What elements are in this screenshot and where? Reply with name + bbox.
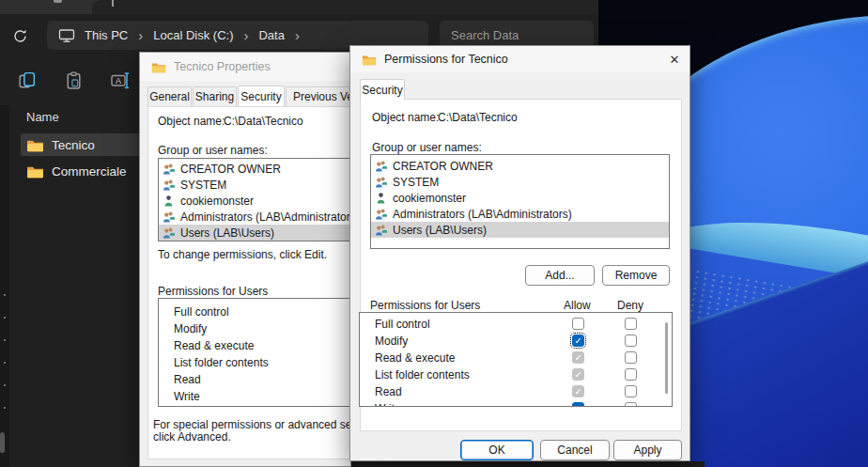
group-user-names-list[interactable]: CREATOR OWNERSYSTEMcookiemonsterAdminist… (158, 158, 351, 241)
user-row[interactable]: SYSTEM (371, 174, 669, 190)
close-button[interactable]: ✕ (661, 48, 688, 70)
explorer-tab-strip[interactable] (0, 0, 598, 14)
rename-button[interactable]: A (109, 69, 132, 91)
tab-security[interactable]: Security (360, 79, 405, 100)
permission-row[interactable]: List folder contents (360, 366, 672, 383)
folder-icon (151, 61, 166, 73)
paste-button[interactable] (62, 69, 85, 91)
tab-strip-glyph (54, 0, 62, 3)
permissions-checkbox-list[interactable]: Full controlModifyRead & executeList fol… (359, 312, 673, 407)
name-column-header[interactable]: Name (26, 110, 59, 124)
tab-security[interactable]: Security (238, 86, 285, 106)
navigation-scrollbar-thumb[interactable] (0, 432, 5, 453)
user-name: SYSTEM (180, 179, 226, 192)
allow-checkbox[interactable] (572, 385, 584, 397)
permission-row[interactable]: Full control (159, 304, 351, 320)
permission-row[interactable]: Modify (159, 320, 351, 337)
breadcrumb-item[interactable]: Local Disk (C:) (147, 25, 239, 45)
copy-icon (17, 70, 37, 90)
user-row[interactable]: cookiemonster (371, 190, 669, 206)
add-button[interactable]: Add... (525, 265, 595, 286)
cancel-button[interactable]: Cancel (540, 440, 610, 460)
permission-name: Full control (375, 318, 430, 331)
allow-checkbox[interactable] (572, 368, 584, 381)
deny-checkbox[interactable] (625, 318, 637, 330)
permission-row[interactable]: Read (159, 371, 351, 388)
breadcrumb-item[interactable]: Data (253, 25, 289, 45)
copy-button[interactable] (15, 69, 38, 91)
object-name-value: C:\Data\Tecnico (224, 115, 303, 128)
file-name: Commerciale (52, 164, 127, 179)
user-row[interactable]: Administrators (LAB\Administrators) (371, 206, 669, 222)
group-icon (163, 226, 175, 239)
explorer-active-tab[interactable] (92, 0, 598, 14)
background-window-strip (479, 461, 705, 467)
apply-button[interactable]: Apply (613, 440, 682, 460)
permission-row[interactable]: Modify (360, 333, 672, 350)
object-name-label: Object name: (372, 111, 439, 124)
group-icon (375, 160, 387, 172)
search-input[interactable] (451, 28, 616, 42)
user-row[interactable]: SYSTEM (159, 177, 351, 193)
tab-general[interactable]: General (147, 86, 192, 106)
navigation-pane-edge (0, 105, 9, 467)
allow-column-header: Allow (564, 299, 591, 312)
permission-row[interactable]: Read & execute (159, 337, 351, 354)
ok-button[interactable]: OK (460, 440, 534, 460)
refresh-icon (12, 28, 28, 44)
permissions-for-users-label: Permissions for Users (158, 285, 268, 298)
tab-security-label: Security (362, 84, 402, 97)
permission-row[interactable]: List folder contents (159, 354, 351, 371)
permission-name: Modify (174, 322, 207, 335)
user-row[interactable]: CREATOR OWNER (159, 161, 351, 177)
breadcrumb-item[interactable]: This PC (79, 25, 133, 45)
user-row[interactable]: Users (LAB\Users) (371, 222, 669, 238)
user-row[interactable]: Users (LAB\Users) (159, 225, 351, 241)
refresh-button[interactable] (8, 24, 31, 47)
allow-checkbox[interactable] (572, 318, 584, 330)
tab-sharing[interactable]: Sharing (193, 86, 237, 106)
tab-label: Security (240, 90, 281, 103)
allow-checkbox[interactable] (572, 402, 584, 407)
chevron-right-icon[interactable]: › (290, 28, 304, 42)
tab-label: Previous Vers (293, 90, 351, 103)
permission-row[interactable]: Write (159, 388, 351, 405)
chevron-right-icon[interactable]: › (239, 28, 253, 42)
remove-button[interactable]: Remove (602, 265, 670, 286)
permission-row[interactable]: Read & execute (360, 350, 672, 366)
deny-checkbox[interactable] (625, 402, 637, 407)
allow-checkbox[interactable] (572, 351, 584, 364)
group-icon (163, 179, 175, 191)
rename-icon: A (110, 70, 131, 90)
user-icon (375, 192, 387, 204)
tab-previous-vers[interactable]: Previous Vers (286, 86, 351, 106)
permissions-dialog-title: Permissions for Tecnico (384, 53, 508, 66)
properties-dialog-titlebar[interactable]: Tecnico Properties (140, 53, 350, 81)
user-name: Administrators (LAB\Administrators) (393, 208, 572, 221)
tab-label: General (149, 90, 190, 103)
deny-checkbox[interactable] (625, 368, 637, 381)
permission-name: Full control (174, 305, 229, 319)
permission-row[interactable]: Read (360, 383, 672, 400)
paste-icon (64, 70, 84, 90)
user-name: Administrators (LAB\Administrators) (180, 210, 351, 224)
edit-hint-text: To change permissions, click Edit. (158, 248, 327, 261)
user-row[interactable]: cookiemonster (159, 193, 351, 209)
permission-row[interactable]: Write (360, 400, 672, 407)
group-user-names-list[interactable]: CREATOR OWNERSYSTEMcookiemonsterAdminist… (370, 154, 670, 249)
user-row[interactable]: Administrators (LAB\Administrators) (159, 209, 351, 225)
deny-checkbox[interactable] (625, 385, 637, 397)
permission-row[interactable]: Full control (360, 316, 672, 333)
permissions-dialog: Permissions for Tecnico ✕ Security Objec… (349, 45, 690, 461)
user-name: CREATOR OWNER (393, 160, 493, 173)
chevron-right-icon[interactable]: › (133, 28, 147, 42)
this-pc-monitor-icon (58, 28, 75, 43)
user-row[interactable]: CREATOR OWNER (371, 158, 669, 174)
deny-checkbox[interactable] (625, 335, 637, 347)
allow-checkbox[interactable] (572, 335, 584, 347)
permissions-list[interactable]: Full controlModifyRead & executeList fol… (158, 298, 351, 407)
permission-name: List folder contents (174, 356, 269, 369)
object-name-label: Object name: (158, 115, 225, 128)
deny-checkbox[interactable] (625, 351, 637, 364)
permissions-dialog-titlebar[interactable]: Permissions for Tecnico (350, 46, 690, 72)
